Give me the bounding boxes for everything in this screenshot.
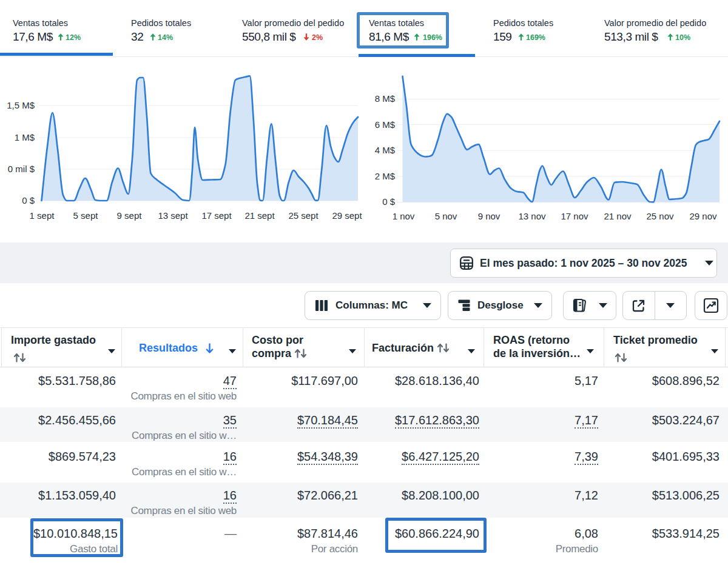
svg-text:9 sept: 9 sept <box>117 210 143 221</box>
svg-text:13 nov: 13 nov <box>518 211 546 221</box>
svg-text:6 M$: 6 M$ <box>375 119 396 130</box>
svg-text:1 M$: 1 M$ <box>15 132 35 142</box>
svg-text:17 sept: 17 sept <box>201 210 232 221</box>
svg-text:8 M$: 8 M$ <box>375 93 396 104</box>
svg-text:13 sept: 13 sept <box>158 210 188 221</box>
svg-text:29 nov: 29 nov <box>689 211 717 221</box>
svg-text:5 nov: 5 nov <box>435 211 457 221</box>
svg-text:25 sept: 25 sept <box>288 210 318 221</box>
svg-text:0 $: 0 $ <box>22 195 35 205</box>
svg-text:29 sept: 29 sept <box>332 210 362 221</box>
svg-text:1,5 M$: 1,5 M$ <box>7 100 35 110</box>
svg-text:25 nov: 25 nov <box>646 211 674 221</box>
svg-text:1 sept: 1 sept <box>30 210 55 221</box>
svg-text:9 nov: 9 nov <box>478 211 500 221</box>
svg-text:17 nov: 17 nov <box>561 211 588 221</box>
svg-text:21 nov: 21 nov <box>604 211 632 221</box>
svg-text:5 sept: 5 sept <box>73 210 99 221</box>
svg-text:2 M$: 2 M$ <box>375 171 396 181</box>
svg-text:4 M$: 4 M$ <box>375 145 396 155</box>
svg-text:21 sept: 21 sept <box>244 210 275 221</box>
svg-text:0 mil $: 0 mil $ <box>8 164 35 174</box>
svg-text:1 nov: 1 nov <box>393 211 415 221</box>
svg-text:0 $: 0 $ <box>382 196 396 207</box>
